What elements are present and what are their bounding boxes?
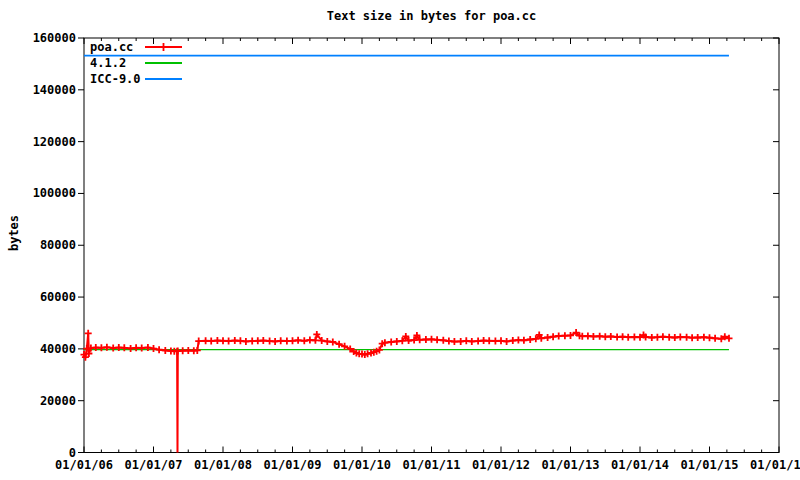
x-tick-label: 01/01/13 bbox=[542, 458, 600, 472]
x-tick-label: 01/01/16 bbox=[750, 458, 800, 472]
x-axis-ticks: 01/01/0601/01/0701/01/0801/01/0901/01/10… bbox=[55, 38, 800, 472]
y-axis-ticks: 0200004000060000800001000001200001400001… bbox=[33, 31, 779, 460]
y-tick-label: 160000 bbox=[33, 31, 76, 45]
x-tick-label: 01/01/08 bbox=[194, 458, 252, 472]
plot-border bbox=[84, 38, 779, 453]
legend: poa.cc4.1.2ICC-9.0 bbox=[90, 40, 182, 86]
x-tick-label: 01/01/06 bbox=[55, 458, 113, 472]
legend-label-ICC-9.0: ICC-9.0 bbox=[90, 72, 141, 86]
legend-label-4.1.2: 4.1.2 bbox=[90, 56, 126, 70]
x-tick-label: 01/01/10 bbox=[333, 458, 391, 472]
x-tick-label: 01/01/07 bbox=[125, 458, 183, 472]
y-tick-label: 140000 bbox=[33, 83, 76, 97]
x-tick-label: 01/01/14 bbox=[611, 458, 669, 472]
series-poa.cc bbox=[81, 329, 733, 452]
x-tick-label: 01/01/11 bbox=[403, 458, 461, 472]
chart-canvas: Text size in bytes for poa.cc bytes 0200… bbox=[0, 0, 800, 480]
x-tick-label: 01/01/12 bbox=[472, 458, 530, 472]
y-tick-label: 100000 bbox=[33, 186, 76, 200]
legend-label-poa.cc: poa.cc bbox=[90, 40, 133, 54]
y-tick-label: 60000 bbox=[40, 290, 76, 304]
x-tick-label: 01/01/15 bbox=[681, 458, 739, 472]
plot-area: 0200004000060000800001000001200001400001… bbox=[0, 0, 800, 480]
x-tick-label: 01/01/09 bbox=[264, 458, 322, 472]
y-tick-label: 120000 bbox=[33, 135, 76, 149]
y-tick-label: 80000 bbox=[40, 238, 76, 252]
y-tick-label: 40000 bbox=[40, 342, 76, 356]
y-tick-label: 20000 bbox=[40, 394, 76, 408]
